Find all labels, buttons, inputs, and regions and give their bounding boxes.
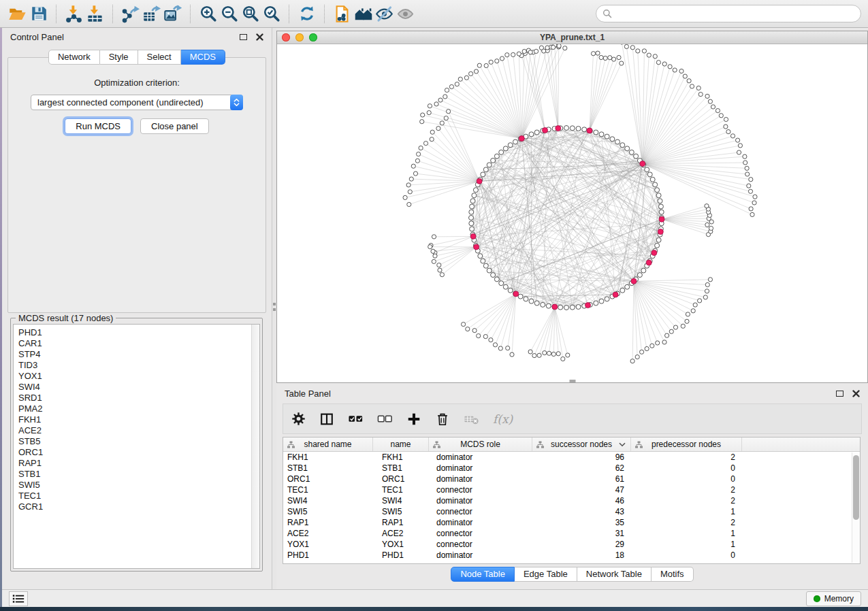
tab-mcds[interactable]: MCDS: [181, 50, 225, 65]
tab-network-table[interactable]: Network Table: [577, 567, 652, 582]
search-input[interactable]: [617, 8, 854, 19]
sort-chevron-icon[interactable]: [619, 442, 626, 447]
tab-network[interactable]: Network: [48, 50, 100, 65]
tab-node-table[interactable]: Node Table: [451, 567, 515, 582]
task-history-button[interactable]: [9, 591, 28, 606]
table-row[interactable]: STB1STB1dominator620: [283, 463, 860, 474]
network-canvas[interactable]: [277, 44, 867, 382]
table-row[interactable]: SWI5SWI5connector431: [283, 506, 860, 517]
mcds-result-item[interactable]: STP4: [18, 349, 259, 360]
refresh-layout-button[interactable]: [296, 3, 317, 24]
mcds-result-item[interactable]: YOX1: [18, 371, 259, 382]
mcds-result-item[interactable]: CAR1: [18, 338, 259, 349]
close-panel-button[interactable]: Close panel: [140, 118, 209, 134]
open-session-button[interactable]: [7, 3, 28, 24]
cell-shared-name: TEC1: [283, 485, 373, 495]
search-field[interactable]: [596, 5, 861, 22]
criterion-select[interactable]: largest connected component (undirected): [31, 95, 243, 110]
cell-name: YOX1: [373, 540, 429, 549]
table-row[interactable]: RAP1RAP1dominator352: [283, 517, 860, 528]
desktop-edge-bottom: [0, 607, 868, 611]
table-row[interactable]: YOX1YOX1connector291: [283, 539, 860, 550]
close-table-panel-icon[interactable]: [852, 390, 860, 397]
cell-predecessor-nodes: 1: [631, 529, 742, 538]
new-network-from-selection-button[interactable]: [332, 3, 353, 24]
export-network-button[interactable]: [120, 3, 141, 24]
zoom-fit-button[interactable]: [240, 3, 261, 24]
cell-mcds-role: dominator: [429, 463, 532, 473]
float-panel-icon[interactable]: [240, 34, 247, 40]
mcds-result-item[interactable]: STB1: [18, 469, 259, 480]
zoom-out-button[interactable]: [219, 3, 240, 24]
table-settings-gear-icon[interactable]: [291, 412, 306, 426]
maximize-window-icon[interactable]: [309, 33, 317, 42]
cell-successor-nodes: 31: [532, 529, 631, 538]
show-columns-icon[interactable]: [319, 412, 334, 427]
result-scrollbar[interactable]: [251, 325, 259, 568]
table-row[interactable]: PHD1PHD1dominator180: [283, 550, 860, 561]
cell-successor-nodes: 47: [532, 485, 631, 495]
close-window-icon[interactable]: [282, 33, 290, 42]
first-neighbors-button[interactable]: [353, 3, 374, 24]
deselect-all-icon[interactable]: [377, 411, 393, 427]
column-header-name[interactable]: name: [373, 437, 429, 451]
cell-predecessor-nodes: 1: [631, 507, 742, 516]
table-row[interactable]: TEC1TEC1connector472: [283, 484, 860, 495]
cell-predecessor-nodes: 2: [631, 496, 742, 506]
mcds-result-item[interactable]: TEC1: [18, 491, 259, 501]
cell-shared-name: YOX1: [283, 540, 373, 549]
mcds-result-item[interactable]: SWI4: [18, 382, 259, 393]
table-scrollbar-thumb[interactable]: [853, 455, 859, 520]
tab-style[interactable]: Style: [100, 50, 138, 65]
table-scrollbar[interactable]: [852, 452, 860, 563]
zoom-selected-button[interactable]: [261, 3, 282, 24]
mcds-result-item[interactable]: ACE2: [18, 425, 259, 436]
mcds-result-item[interactable]: PHD1: [18, 327, 259, 338]
column-header-label: MCDS role: [460, 440, 500, 449]
mcds-result-item[interactable]: RAP1: [18, 458, 259, 469]
tab-select[interactable]: Select: [138, 50, 181, 65]
column-header-successor-nodes[interactable]: successor nodes: [532, 437, 631, 451]
table-row[interactable]: ORC1ORC1dominator610: [283, 474, 860, 484]
minimize-window-icon[interactable]: [295, 33, 304, 42]
zoom-in-button[interactable]: [197, 3, 219, 24]
export-table-button[interactable]: [141, 3, 162, 24]
zoom-selected-icon: [263, 5, 280, 22]
horizontal-splitter-handle[interactable]: [569, 380, 575, 382]
mcds-result-item[interactable]: PMA2: [18, 403, 259, 414]
mcds-result-list[interactable]: PHD1CAR1STP4TID3YOX1SWI4SRD1PMA2FKH1ACE2…: [13, 324, 260, 569]
memory-button[interactable]: Memory: [806, 591, 861, 606]
tab-edge-table[interactable]: Edge Table: [515, 567, 577, 582]
hide-selected-button[interactable]: [374, 3, 395, 24]
search-icon: [602, 9, 613, 19]
mcds-result-item[interactable]: STB5: [18, 436, 259, 447]
table-header-row: shared namenameMCDS rolesuccessor nodesp…: [283, 437, 860, 452]
column-header-shared-name[interactable]: shared name: [283, 437, 373, 451]
table-toolbar: f(x): [283, 403, 862, 434]
save-session-button[interactable]: [28, 3, 49, 24]
show-all-button[interactable]: [395, 3, 416, 24]
table-row[interactable]: FKH1FKH1dominator962: [283, 452, 860, 463]
mcds-result-item[interactable]: TID3: [18, 360, 259, 371]
column-header-predecessor-nodes[interactable]: predecessor nodes: [631, 437, 742, 451]
table-row[interactable]: SWI4SWI4dominator462: [283, 495, 860, 506]
run-mcds-button[interactable]: Run MCDS: [65, 118, 131, 134]
import-network-button[interactable]: [63, 3, 84, 24]
select-all-icon[interactable]: [348, 411, 364, 427]
network-window-titlebar[interactable]: YPA_prune.txt_1: [277, 31, 867, 44]
add-column-icon[interactable]: [406, 412, 421, 427]
float-table-panel-icon[interactable]: [836, 391, 843, 397]
delete-column-icon[interactable]: [435, 412, 450, 427]
import-table-button[interactable]: [84, 3, 106, 24]
mcds-result-item[interactable]: FKH1: [18, 414, 259, 425]
export-image-button[interactable]: [162, 3, 183, 24]
cell-mcds-role: dominator: [429, 550, 532, 560]
mcds-result-item[interactable]: SRD1: [18, 393, 259, 403]
table-row[interactable]: ACE2ACE2connector311: [283, 528, 860, 539]
tab-motifs[interactable]: Motifs: [652, 567, 694, 582]
close-panel-icon[interactable]: [256, 33, 263, 41]
mcds-result-item[interactable]: GCR1: [18, 501, 259, 512]
column-header-MCDS-role[interactable]: MCDS role: [429, 437, 532, 451]
mcds-result-item[interactable]: ORC1: [18, 447, 259, 458]
mcds-result-item[interactable]: SWI5: [18, 480, 259, 491]
